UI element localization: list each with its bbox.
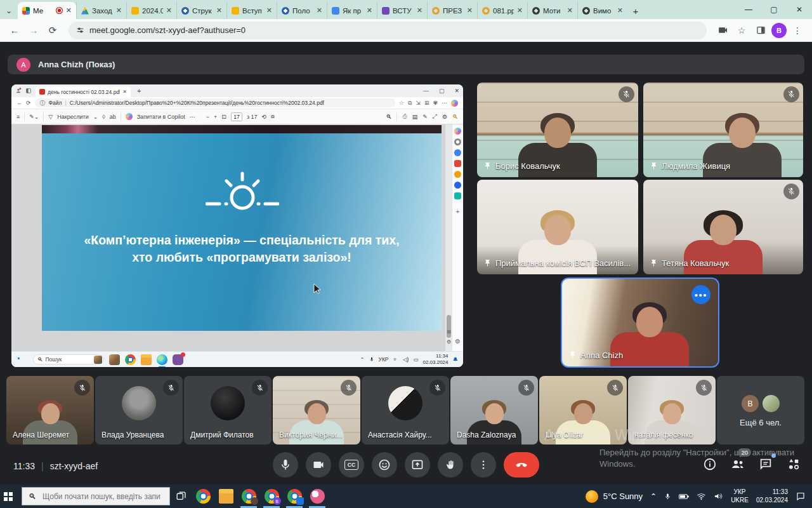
participant-tile-vlada[interactable]: Влада Урванцева [95, 376, 183, 444]
print-icon[interactable]: ⎙ [402, 113, 407, 120]
forward-icon[interactable]: → [25, 22, 42, 39]
edge-extensions-icon[interactable]: ✾ [433, 100, 438, 106]
more-participants-tile[interactable]: B Ещё 6 чел. [717, 376, 804, 444]
inner-mic-icon[interactable] [369, 356, 374, 363]
fullscreen-icon[interactable]: ⤢ [433, 113, 437, 120]
tab-close-icon[interactable]: ✕ [317, 6, 322, 15]
participant-tile-commission[interactable]: Приймальна комісія ВСП Василів... [477, 180, 638, 274]
edge-url-field[interactable]: ⓘ Файл | C:/Users/Administrator/Desktop/… [35, 98, 395, 107]
taskbar-chrome-profile3[interactable] [283, 485, 306, 508]
tray-battery-icon[interactable] [679, 493, 689, 500]
tab-prez[interactable]: ПРЕЗ✕ [427, 2, 477, 19]
tab-close-icon[interactable]: ✕ [116, 6, 122, 15]
page-number-input[interactable] [231, 112, 242, 121]
info-button[interactable] [702, 456, 718, 472]
weather-widget[interactable]: 5°C Sunny [586, 490, 643, 503]
inner-chrome-icon[interactable] [125, 354, 136, 365]
tab-zahody[interactable]: Заход✕ [76, 2, 126, 19]
tray-chevron-icon[interactable]: ⌃ [650, 492, 657, 501]
maximize-button[interactable]: ▢ [761, 0, 787, 19]
start-button[interactable] [0, 485, 22, 508]
share-camera-icon[interactable] [714, 22, 731, 39]
taskbar-chrome[interactable] [192, 485, 214, 508]
present-button[interactable] [405, 452, 430, 478]
rotate-icon[interactable]: ⟲ [262, 114, 267, 120]
inner-clock[interactable]: 11:34 02.03.2024 [422, 353, 448, 366]
edge-tab-close-icon[interactable]: ✕ [122, 89, 127, 95]
inner-wifi-icon[interactable]: ᯤ [393, 356, 399, 363]
edge-menu-icon[interactable]: ⋯ [442, 100, 447, 106]
inner-explorer-icon[interactable] [141, 354, 152, 365]
inner-lang-label[interactable]: УКР [379, 356, 389, 363]
presentation-tile[interactable]: день гостинності 02.03.24.pdf ✕ + — ▢ ✕ … [11, 84, 463, 367]
reactions-button[interactable] [372, 452, 397, 478]
activities-button[interactable] [785, 456, 802, 472]
participant-tile-liudmyla[interactable]: Людмила Живиця [643, 83, 803, 177]
tab-vstup[interactable]: ВСТУ✕ [377, 2, 427, 19]
edge-collections-icon[interactable]: ⊞ [424, 100, 429, 106]
sidebar-settings-icon[interactable]: ⚙ [455, 338, 461, 345]
draw-label[interactable]: Накреслити [57, 114, 88, 120]
zoom-in-icon[interactable]: + [214, 114, 217, 120]
participant-tile-anna[interactable]: ••• Anna Chizh [561, 277, 719, 368]
tab-close-icon[interactable]: ✕ [216, 6, 222, 15]
end-call-button[interactable] [504, 452, 539, 478]
tab-vymog[interactable]: Вимо✕ [577, 2, 627, 19]
participant-tile-viktoria[interactable]: Виктория Черни... [273, 376, 360, 444]
edge-splitscreen-icon[interactable]: ⧉ [408, 100, 412, 107]
reload-icon[interactable]: ⟳ [44, 22, 61, 39]
url-bar[interactable]: meet.google.com/szt-xyyd-aef?authuser=0 [69, 22, 707, 39]
bookmark-star-icon[interactable]: ☆ [733, 22, 750, 39]
captions-button[interactable]: CC [339, 452, 364, 478]
inner-notification-icon[interactable]: 🔔︎ [453, 356, 459, 363]
taskbar-paint-app[interactable] [306, 485, 329, 508]
draw-dropdown-icon[interactable]: ⌄ [93, 114, 98, 120]
inner-tray-chevron-icon[interactable]: ⌃ [360, 356, 364, 363]
add-sidebar-icon[interactable]: + [456, 208, 460, 215]
magnify-icon[interactable]: 🔍︎ [452, 114, 458, 120]
mic-button[interactable] [273, 452, 298, 478]
people-button[interactable]: 20 [730, 456, 746, 472]
side-panel-icon[interactable] [752, 22, 769, 39]
inner-battery-icon[interactable]: ▭ [413, 356, 418, 363]
edge-tab[interactable]: день гостинності 02.03.24.pdf ✕ [36, 86, 131, 97]
pdf-scrollbar[interactable]: ⊞ ⚙ [445, 124, 452, 351]
participant-tile-lilya[interactable]: Lilya Olizar [539, 376, 627, 444]
language-indicator[interactable]: УКР UKRE [731, 488, 749, 504]
tab-search-icon[interactable]: ⌄ [0, 3, 18, 19]
tab-close-icon[interactable]: ✕ [367, 6, 372, 15]
edge-back-icon[interactable]: ← [16, 100, 22, 106]
tab-actions-icon[interactable] [25, 88, 32, 94]
copilot-sidebar-icon[interactable] [454, 128, 461, 135]
edge-favorites-bar-icon[interactable]: ⇲ [416, 100, 421, 106]
settings-icon[interactable]: ⚙ [442, 114, 447, 120]
edge-favorite-icon[interactable]: ☆ [399, 100, 404, 106]
edge-minimize-icon[interactable]: — [423, 88, 429, 94]
viber-icon[interactable] [173, 354, 183, 365]
save-as-icon[interactable]: ✎ [422, 114, 428, 120]
ask-copilot-label[interactable]: Запитати в Copilot [137, 114, 185, 120]
tab-motyv[interactable]: Моти✕ [527, 2, 577, 19]
minimize-button[interactable]: — [736, 0, 761, 19]
close-button[interactable]: ✕ [787, 0, 812, 19]
tab-yakpr[interactable]: Як пр✕ [327, 2, 377, 19]
tab-2024[interactable]: 2024.0✕ [126, 2, 176, 19]
tab-close-icon[interactable]: ✕ [166, 6, 172, 15]
edge-reload-icon[interactable]: ⟳ [26, 100, 31, 106]
games-sidebar-icon[interactable] [454, 171, 461, 178]
participant-tile-dmitriy[interactable]: Дмитрий Филатов [184, 376, 272, 444]
edge-maximize-icon[interactable]: ▢ [439, 88, 445, 94]
back-icon[interactable]: ← [6, 22, 23, 39]
raise-hand-button[interactable] [438, 452, 463, 478]
taskbar-chrome-profile2[interactable]: B [260, 485, 283, 508]
inner-start-icon[interactable] [18, 358, 22, 361]
tray-mic-icon[interactable] [664, 492, 671, 501]
participant-tile-alena[interactable]: Алена Шеремет [6, 376, 94, 444]
taskbar-explorer[interactable] [214, 485, 237, 508]
toolbar-more-icon[interactable]: ⋯ [190, 114, 195, 120]
tab-close-icon[interactable]: ✕ [467, 6, 473, 15]
inner-volume-icon[interactable]: ◁) [403, 356, 409, 363]
page-view-icon[interactable]: ⧇ [271, 113, 275, 120]
action-center-icon[interactable] [796, 491, 806, 501]
zoom-out-icon[interactable]: − [206, 114, 209, 120]
